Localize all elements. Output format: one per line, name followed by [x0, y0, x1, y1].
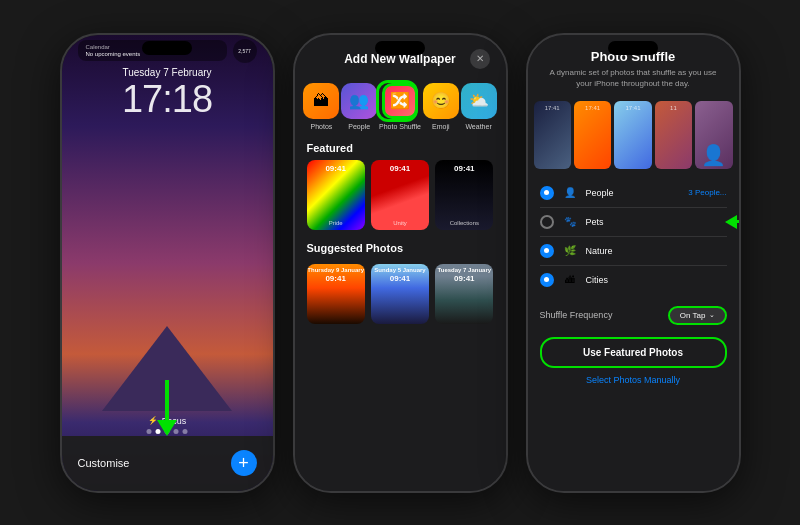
dot-1 [147, 429, 152, 434]
emoji-label: Emoji [432, 123, 450, 130]
collections-time: 09:41 [454, 164, 474, 173]
type-emoji[interactable]: 😊 Emoji [423, 83, 459, 130]
sug2-time: 09:41 [390, 274, 410, 283]
photos-icon: 🏔 [303, 83, 339, 119]
ps-options: 👤 People 3 People... 🐾 Pets [528, 175, 739, 298]
option-people[interactable]: 👤 People 3 People... [540, 179, 727, 208]
main-container: PHOTO Tuesday 7 February 17:18 Calendar … [0, 0, 800, 525]
featured-title: Featured [295, 138, 506, 160]
ps-photo-4: 11 [655, 101, 692, 169]
unity-name: Unity [393, 220, 407, 226]
phone1-notch [142, 41, 192, 55]
sug3-date: Tuesday 7 January [438, 267, 492, 273]
featured-unity[interactable]: 09:41 Unity [371, 160, 429, 230]
ps-subtitle: A dynamic set of photos that shuffle as … [542, 67, 725, 89]
people-radio[interactable] [540, 186, 554, 200]
photos-label: Photos [311, 123, 333, 130]
sug1-date: Thursday 9 January [307, 267, 364, 273]
pets-arrow [725, 215, 739, 229]
phone1-date: Tuesday 7 February [78, 67, 257, 78]
shuffle-freq-label: Shuffle Frequency [540, 310, 613, 320]
type-weather[interactable]: ⛅ Weather [461, 83, 497, 130]
nature-option-label: Nature [586, 246, 727, 256]
phone2-notch [375, 41, 425, 55]
suggested-1[interactable]: Thursday 9 January 09:41 [307, 264, 365, 324]
phone-2-wallpaper-picker: Add New Wallpaper ✕ 🏔 Photos 👥 People 🔀 [293, 33, 508, 493]
cities-radio[interactable] [540, 273, 554, 287]
featured-pride[interactable]: 09:41 Pride [307, 160, 365, 230]
cities-option-icon: 🏙 [562, 272, 578, 288]
pets-radio[interactable] [540, 215, 554, 229]
ps-photo-2: 17:41 [574, 101, 611, 169]
customise-button[interactable]: Customise [78, 457, 130, 469]
phone3-notch [608, 41, 658, 55]
weather-label: Weather [465, 123, 491, 130]
ps-photo-5 [695, 101, 732, 169]
dot-5 [183, 429, 188, 434]
use-featured-photos-button[interactable]: Use Featured Photos [540, 337, 727, 368]
pets-option-label: Pets [586, 217, 727, 227]
sug3-time: 09:41 [454, 274, 474, 283]
shuffle-freq-value[interactable]: On Tap ⌄ [668, 306, 727, 325]
phone1-bottom-bar: Customise + [62, 436, 273, 491]
ps-photo-1: 17:41 [534, 101, 571, 169]
arrow-head [157, 420, 177, 436]
phone-3-photo-shuffle: Photo Shuffle A dynamic set of photos th… [526, 33, 741, 493]
suggested-grid: Thursday 9 January 09:41 Sunday 5 Januar… [295, 264, 506, 324]
option-nature[interactable]: 🌿 Nature [540, 237, 727, 266]
phone1-wallpaper: PHOTO Tuesday 7 February 17:18 Calendar … [62, 35, 273, 491]
phone3-content: Photo Shuffle A dynamic set of photos th… [528, 35, 739, 491]
phone2-content: Add New Wallpaper ✕ 🏔 Photos 👥 People 🔀 [295, 35, 506, 491]
people-option-value[interactable]: 3 People... [688, 188, 726, 197]
people-icon: 👥 [341, 83, 377, 119]
emoji-icon: 😊 [423, 83, 459, 119]
sug2-date: Sunday 5 January [374, 267, 425, 273]
add-button[interactable]: + [231, 450, 257, 476]
ps-photo-strip: 17:41 17:41 17:41 [528, 95, 739, 175]
ps-shuffle-frequency: Shuffle Frequency On Tap ⌄ [528, 300, 739, 331]
nature-option-icon: 🌿 [562, 243, 578, 259]
ps-photo-3: 17:41 [614, 101, 651, 169]
sug1-time: 09:41 [325, 274, 345, 283]
suggested-3[interactable]: Tuesday 7 January 09:41 [435, 264, 493, 324]
featured-collections[interactable]: 09:41 Collections [435, 160, 493, 230]
chevron-icon: ⌄ [709, 311, 715, 319]
phone-1-lockscreen: PHOTO Tuesday 7 February 17:18 Calendar … [60, 33, 275, 493]
pride-name: Pride [329, 220, 343, 226]
option-pets[interactable]: 🐾 Pets [540, 208, 727, 237]
green-arrow-down [157, 380, 177, 436]
weather-icon: ⛅ [461, 83, 497, 119]
select-photos-manually-link[interactable]: Select Photos Manually [528, 372, 739, 388]
suggested-title: Suggested Photos [295, 238, 506, 260]
shuffle-icon: 🔀 [382, 83, 418, 119]
nature-radio[interactable] [540, 244, 554, 258]
arrow-stem [165, 380, 169, 420]
people-option-label: People [586, 188, 681, 198]
wallpaper-types-row: 🏔 Photos 👥 People 🔀 Photo Shuffle [295, 77, 506, 138]
unity-time: 09:41 [390, 164, 410, 173]
people-option-icon: 👤 [562, 185, 578, 201]
collections-name: Collections [450, 220, 479, 226]
type-people[interactable]: 👥 People [341, 83, 377, 130]
featured-grid: 09:41 Pride 09:41 Unity 09:41 Collection… [295, 160, 506, 230]
cities-option-label: Cities [586, 275, 727, 285]
suggested-2[interactable]: Sunday 5 January 09:41 [371, 264, 429, 324]
option-cities[interactable]: 🏙 Cities [540, 266, 727, 294]
pride-time: 09:41 [325, 164, 345, 173]
shuffle-label: Photo Shuffle [379, 123, 421, 130]
type-photos[interactable]: 🏔 Photos [303, 83, 339, 130]
people-label: People [348, 123, 370, 130]
type-shuffle[interactable]: 🔀 Photo Shuffle [379, 83, 421, 130]
modal-close-button[interactable]: ✕ [470, 49, 490, 69]
phone1-time: 17:18 [78, 80, 257, 118]
pets-option-icon: 🐾 [562, 214, 578, 230]
